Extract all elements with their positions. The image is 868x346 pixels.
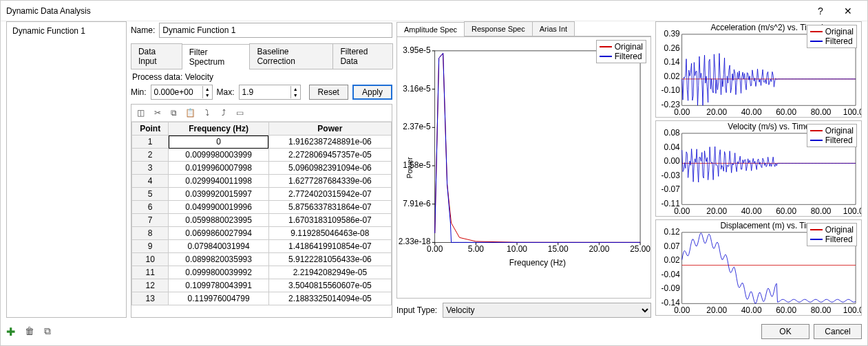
svg-text:60.00: 60.00: [776, 206, 796, 216]
function-list[interactable]: Dynamic Function 1: [6, 21, 127, 318]
tab-arias-int[interactable]: Arias Int: [532, 21, 575, 36]
table-row[interactable]: 30.01999600079985.0960982391094e-06: [131, 162, 391, 175]
svg-text:0.04: 0.04: [664, 142, 681, 152]
svg-text:100.00: 100.00: [843, 107, 861, 117]
input-type-select[interactable]: Velocity: [443, 303, 651, 318]
table-row[interactable]: 90.0798400319941.4186419910854e-07: [131, 240, 391, 253]
table-row[interactable]: 80.06998600279949.119285046463e-08: [131, 227, 391, 240]
window-title: Dynamic Data Analysis: [6, 6, 807, 16]
delete-row-icon[interactable]: ⤴: [218, 107, 229, 118]
svg-text:80.00: 80.00: [811, 107, 832, 117]
chevron-down-icon[interactable]: ▼: [203, 92, 212, 98]
tab-response-spec[interactable]: Response Spec: [464, 21, 533, 36]
svg-text:20.00: 20.00: [706, 107, 727, 117]
svg-text:0.14: 0.14: [664, 57, 681, 67]
chevron-up-icon[interactable]: ▲: [203, 86, 212, 92]
mini-chart-2: Displacement (m) vs. Time0.120.070.02-0.…: [655, 219, 862, 316]
svg-text:0.02: 0.02: [664, 255, 681, 265]
chart-legend: Original Filtered: [596, 40, 646, 63]
cut-icon[interactable]: ✂: [152, 107, 163, 118]
min-label: Min:: [131, 87, 147, 97]
tab-filter-spectrum[interactable]: Filter Spectrum: [182, 44, 251, 69]
copy-icon[interactable]: ⧉: [44, 325, 51, 338]
apply-button[interactable]: Apply: [352, 85, 392, 100]
name-input[interactable]: [159, 23, 392, 38]
trash-icon[interactable]: 🗑: [25, 325, 34, 338]
table-row[interactable]: 110.09998000399922.21942082949e-05: [131, 266, 391, 279]
column-header[interactable]: Point: [131, 122, 169, 136]
help-button[interactable]: ?: [807, 6, 834, 17]
tab-baseline-correction[interactable]: Baseline Correction: [249, 43, 333, 69]
mini-chart-1: Velocity (m/s) vs. Time0.080.040.00-0.03…: [655, 120, 862, 217]
min-spinner[interactable]: ▲▼: [151, 85, 213, 100]
tab-data-input[interactable]: Data Input: [131, 43, 182, 69]
table-row[interactable]: 40.02999400119981.6277287684339e-06: [131, 175, 391, 188]
table-row[interactable]: 70.05998800239951.6703183109586e-07: [131, 214, 391, 227]
add-icon[interactable]: ✚: [6, 325, 15, 338]
svg-text:3.16e-5: 3.16e-5: [403, 84, 431, 94]
table-row[interactable]: 100.08998200359935.9122281056433e-06: [131, 253, 391, 266]
tab-filtered-data[interactable]: Filtered Data: [332, 43, 393, 69]
max-input[interactable]: [240, 85, 290, 99]
svg-text:80.00: 80.00: [811, 206, 832, 216]
paste-icon[interactable]: 📋: [185, 107, 196, 118]
close-button[interactable]: ✕: [834, 6, 862, 17]
cancel-button[interactable]: Cancel: [814, 324, 862, 339]
svg-text:0.12: 0.12: [664, 227, 681, 237]
y-axis-label: Power: [405, 157, 414, 178]
svg-text:Velocity (m/s) vs. Time: Velocity (m/s) vs. Time: [728, 122, 809, 131]
svg-text:0.26: 0.26: [664, 43, 681, 53]
svg-text:20.00: 20.00: [706, 305, 727, 315]
table-row[interactable]: 120.10997800439913.5040815560607e-05: [131, 279, 391, 292]
svg-text:2.33e-18: 2.33e-18: [399, 237, 431, 246]
chevron-down-icon[interactable]: ▼: [291, 92, 300, 98]
spec-tabs: Amplitude Spec Response Spec Arias Int: [396, 21, 651, 36]
svg-text:2.37e-5: 2.37e-5: [403, 122, 431, 131]
svg-text:-0.07: -0.07: [661, 185, 681, 195]
svg-rect-0: [435, 51, 640, 242]
svg-text:-0.03: -0.03: [661, 171, 681, 180]
svg-text:40.00: 40.00: [741, 206, 762, 216]
mini-chart-0: Acceleration (m/s^2) vs. Time (s0.390.26…: [655, 21, 862, 118]
svg-text:0.07: 0.07: [664, 241, 681, 251]
table-row[interactable]: 130.1199760047992.1883325014094e-05: [131, 292, 391, 305]
spectrum-chart: 0.005.0010.0015.0020.0025.00Frequency (H…: [396, 36, 651, 299]
table-toolbar: ◫ ✂ ⧉ 📋 ⤵ ⤴ ▭: [131, 105, 392, 122]
svg-text:25.00: 25.00: [630, 244, 650, 254]
ok-button[interactable]: OK: [761, 324, 809, 339]
svg-text:Displacement (m) vs. Time: Displacement (m) vs. Time: [720, 221, 817, 230]
svg-text:60.00: 60.00: [776, 305, 796, 315]
svg-text:40.00: 40.00: [741, 305, 762, 315]
copy-icon[interactable]: ⧉: [169, 107, 180, 118]
svg-text:0.02: 0.02: [664, 72, 681, 81]
chevron-up-icon[interactable]: ▲: [291, 86, 300, 92]
data-table[interactable]: PointFrequency (Hz)Power101.916238724889…: [131, 122, 392, 317]
svg-text:-0.10: -0.10: [661, 86, 681, 96]
svg-text:10.00: 10.00: [507, 244, 527, 254]
main-tabs: Data Input Filter Spectrum Baseline Corr…: [131, 43, 392, 69]
table-row[interactable]: 50.03999200159972.7724020315942e-07: [131, 188, 391, 201]
svg-text:Frequency (Hz): Frequency (Hz): [509, 258, 566, 268]
svg-text:40.00: 40.00: [741, 107, 762, 117]
svg-text:15.00: 15.00: [548, 244, 569, 254]
svg-text:80.00: 80.00: [811, 305, 832, 315]
list-item[interactable]: Dynamic Function 1: [10, 25, 123, 37]
reset-button[interactable]: Reset: [309, 85, 348, 100]
insert-row-icon[interactable]: ⤵: [202, 107, 213, 118]
column-header[interactable]: Frequency (Hz): [169, 122, 268, 136]
svg-text:7.91e-6: 7.91e-6: [403, 199, 431, 208]
table-row[interactable]: 101.9162387248891e-06: [131, 136, 391, 149]
table-row[interactable]: 20.00999800039992.2728069457357e-05: [131, 149, 391, 162]
tab-amplitude-spec[interactable]: Amplitude Spec: [396, 22, 465, 36]
svg-text:60.00: 60.00: [776, 107, 796, 117]
chart-icon[interactable]: ▭: [235, 107, 246, 118]
min-input[interactable]: [151, 85, 202, 99]
svg-text:0.00: 0.00: [674, 206, 690, 216]
process-data-label: Process data: Velocity: [131, 69, 392, 83]
max-label: Max:: [217, 87, 235, 97]
svg-text:-0.09: -0.09: [661, 284, 681, 294]
max-spinner[interactable]: ▲▼: [239, 85, 301, 100]
column-header[interactable]: Power: [268, 122, 391, 136]
table-row[interactable]: 60.04999000199965.8756337831864e-07: [131, 201, 391, 214]
select-icon[interactable]: ◫: [136, 107, 147, 118]
